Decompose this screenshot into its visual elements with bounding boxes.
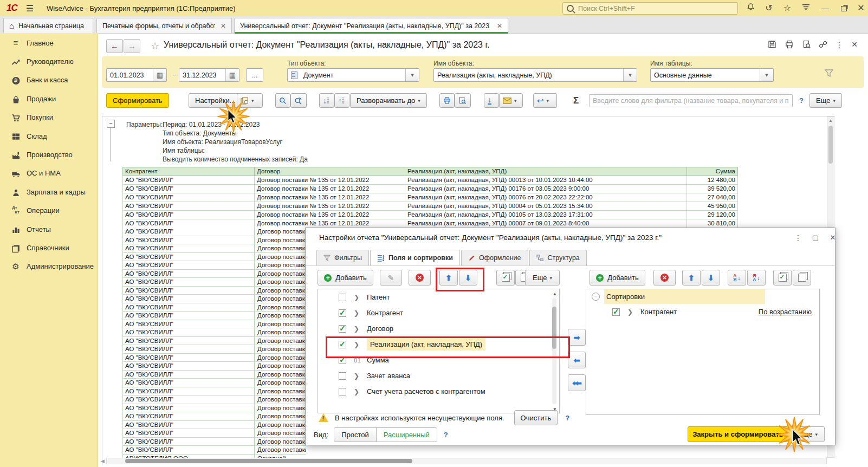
favorites-star-icon[interactable]: ☆: [780, 2, 794, 15]
send-email-icon[interactable]: ▾: [499, 93, 523, 108]
filter-funnel-icon[interactable]: [825, 69, 833, 77]
dropdown-arrow-icon[interactable]: ▾: [760, 69, 773, 81]
table-row[interactable]: АО "ВКУСВИЛЛ"Договор поставки № 135 от 1…: [122, 193, 738, 202]
table-row[interactable]: АО "ВКУСВИЛЛ"Договор поставки № 135 от 1…: [122, 261, 306, 270]
notifications-bell-icon[interactable]: [743, 2, 757, 15]
expand-chevron-icon[interactable]: ❯: [354, 372, 359, 380]
table-row[interactable]: АО "ВКУСВИЛЛ"Договор поставки № 135 от 1…: [122, 236, 306, 245]
table-row[interactable]: АО "ВКУСВИЛЛ"Договор поставки № 135 от 1…: [122, 328, 306, 337]
print-toolbar-icon[interactable]: [439, 93, 455, 108]
service-menu-icon[interactable]: [799, 2, 813, 15]
view-advanced-button[interactable]: Расширенный: [376, 428, 437, 442]
dialog-maximize-icon[interactable]: ▢: [809, 232, 822, 243]
expand-chevron-icon[interactable]: ❯: [354, 341, 359, 348]
collapse-group-icon[interactable]: −: [107, 120, 115, 128]
sidebar-item-directories[interactable]: Справочники: [0, 238, 98, 257]
table-row[interactable]: АО "ВКУСВИЛЛ"Договор поставки № 135 от 1…: [122, 185, 738, 193]
table-row[interactable]: АО "ВКУСВИЛЛ"Договор поставки № 135 от 1…: [122, 270, 306, 278]
add-to-favorites-star-icon[interactable]: ☆: [151, 40, 159, 52]
column-header[interactable]: Сумма: [687, 167, 738, 176]
table-row[interactable]: АО "ВКУСВИЛЛ"Договор поставки № 135 от 1…: [122, 295, 306, 303]
expand-chevron-icon[interactable]: ❯: [354, 325, 359, 333]
find-next-icon[interactable]: [290, 93, 307, 108]
more-actions-icon[interactable]: ⋮: [832, 40, 846, 52]
move-right-button[interactable]: ➡: [568, 329, 586, 346]
dialog-tab-structure[interactable]: Структура: [529, 250, 587, 266]
column-header[interactable]: Контрагент: [122, 167, 255, 176]
sidebar-item-operations[interactable]: ДтКтОперации: [0, 202, 98, 220]
table-row[interactable]: АО "ВКУСВИЛЛ"Договор поставки № 135 от 1…: [122, 387, 306, 396]
table-row[interactable]: АО "ВКУСВИЛЛ"Договор поставки № 135 от 1…: [122, 362, 306, 371]
sidebar-item-os-nma[interactable]: ОС и НМА: [0, 164, 98, 183]
sidebar-item-production[interactable]: Производство: [0, 145, 98, 164]
table-row[interactable]: АО "ВКУСВИЛЛ"Договор поставки № 135 от 1…: [122, 320, 306, 329]
close-report-icon[interactable]: ✕: [847, 40, 861, 52]
field-checkbox[interactable]: [339, 294, 346, 301]
save-file-icon[interactable]: ↓: [484, 93, 499, 108]
table-row[interactable]: АО "ВКУСВИЛЛ"Договор поставки № 135 от 1…: [122, 438, 306, 446]
add-field-button[interactable]: + Добавить: [318, 270, 373, 286]
field-checkbox[interactable]: [339, 309, 346, 317]
table-row[interactable]: АО "ВКУСВИЛЛ"Договор поставки № 135 от 1…: [122, 211, 738, 219]
view-simple-button[interactable]: Простой: [334, 428, 376, 442]
table-row[interactable]: АО "ВКУСВИЛЛ"Договор поставки № 135 от 1…: [122, 404, 306, 413]
help-icon[interactable]: ?: [799, 96, 804, 105]
sorting-item-row[interactable]: ❯ Контрагент По возрастанию: [586, 304, 819, 320]
sidebar-item-bank[interactable]: ₽Банк и касса: [0, 71, 98, 89]
generate-report-button[interactable]: Сформировать: [106, 93, 169, 108]
global-search[interactable]: [562, 2, 738, 15]
print-preview-icon[interactable]: [455, 93, 471, 108]
table-row[interactable]: АО "ВКУСВИЛЛ"Договор поставки № 135 от 1…: [122, 379, 306, 387]
field-row[interactable]: ❯Счет учета расчетов с контрагентом: [318, 384, 559, 399]
delete-field-button[interactable]: ✕: [409, 270, 431, 286]
field-row[interactable]: 01Сумма: [318, 352, 559, 368]
sorting-uncheck-all-button[interactable]: [793, 270, 811, 286]
close-and-generate-button[interactable]: Закрыть и сформировать: [688, 426, 788, 442]
dropdown-arrow-icon[interactable]: ▾: [623, 69, 637, 81]
sorting-move-down-button[interactable]: ⬇: [702, 270, 720, 286]
expand-to-button[interactable]: Разворачивать до▾: [350, 93, 427, 108]
sidebar-item-administration[interactable]: ⚙Администрирование: [0, 257, 98, 276]
move-all-left-button[interactable]: ⬅⬅: [568, 374, 586, 391]
table-row[interactable]: АО "ВКУСВИЛЛ"Договор поставки № 135 от 1…: [122, 312, 306, 320]
dialog-tab-fields-sorting[interactable]: Поля и сортировки: [370, 250, 460, 266]
collapse-node-icon[interactable]: −: [592, 293, 600, 301]
tab-close-icon[interactable]: ✕: [497, 22, 502, 30]
edit-field-button[interactable]: ✎: [380, 270, 402, 286]
sidebar-item-warehouse[interactable]: Склад: [0, 127, 98, 145]
expand-chevron-icon[interactable]: ❯: [354, 294, 359, 301]
minimize-button[interactable]: —: [818, 2, 832, 15]
date-to-value[interactable]: 31.12.2023: [179, 72, 225, 79]
quick-filter-input[interactable]: [589, 94, 793, 107]
expand-chevron-icon[interactable]: ❯: [354, 309, 359, 317]
close-window-button[interactable]: ✕: [854, 2, 868, 15]
sorting-checkbox[interactable]: [612, 308, 620, 316]
restore-button[interactable]: [837, 2, 851, 15]
tab-close-icon[interactable]: ✕: [221, 22, 226, 30]
object-type-select[interactable]: Документ ▾: [287, 68, 419, 82]
table-row[interactable]: АО "ВКУСВИЛЛ"Договор поставки № 135 от 1…: [122, 421, 306, 430]
history-icon[interactable]: ↺: [762, 2, 776, 15]
dialog-tab-filters[interactable]: Фильтры: [316, 250, 369, 266]
left-more-button[interactable]: Еще▾: [525, 270, 560, 286]
hscroll-left-arrow[interactable]: ◀: [101, 458, 105, 464]
table-row[interactable]: АО "ВКУСВИЛЛ"Договор поставки № 135 от 1…: [122, 446, 306, 455]
sortings-group-row[interactable]: − Сортировки: [586, 289, 819, 304]
period-choice-button[interactable]: ...: [246, 68, 263, 82]
horizontal-scrollbar-thumb[interactable]: [125, 459, 412, 463]
preview-icon[interactable]: [800, 40, 814, 52]
global-search-input[interactable]: [577, 4, 726, 13]
field-row[interactable]: ❯Зачет аванса: [318, 368, 559, 384]
date-from-value[interactable]: 01.01.2023: [107, 72, 153, 79]
save-icon[interactable]: [765, 40, 779, 52]
more-button[interactable]: Еще▾: [809, 93, 842, 108]
move-down-button[interactable]: ⬇: [459, 270, 477, 286]
table-name-select[interactable]: Основные данные ▾: [650, 68, 774, 82]
table-row[interactable]: АО "ВКУСВИЛЛ"Договор поставки № 135 от 1…: [122, 219, 738, 228]
sidebar-item-main[interactable]: ≡Главное: [0, 34, 98, 52]
column-header[interactable]: Реализация (акт, накладная, УПД): [405, 167, 687, 176]
collapse-rows-icon[interactable]: ↓≡≡: [319, 93, 334, 108]
sorting-check-all-button[interactable]: [773, 270, 792, 286]
table-row[interactable]: АО "ВКУСВИЛЛ"Договор поставки № 135 от 1…: [122, 412, 306, 421]
table-row[interactable]: АО "ВКУСВИЛЛ"Договор поставки № 135 от 1…: [122, 345, 306, 354]
